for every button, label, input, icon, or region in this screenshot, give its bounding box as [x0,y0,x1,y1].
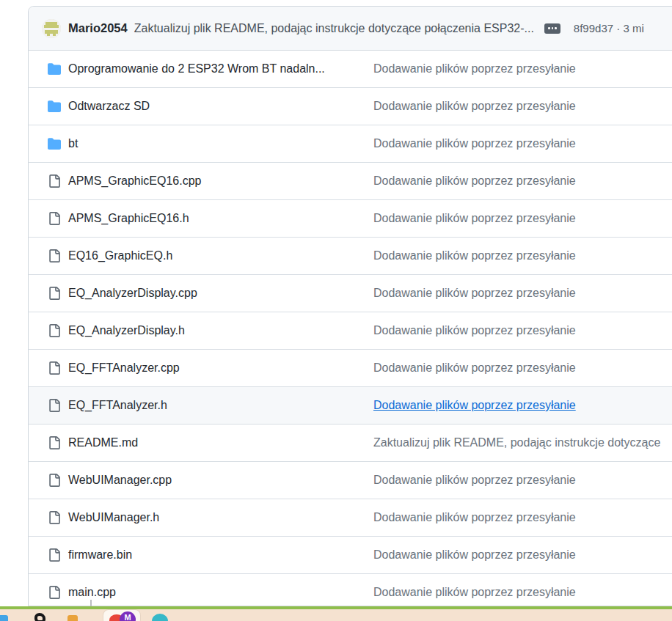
orange-app-icon[interactable] [67,615,78,621]
file-name-link[interactable]: APMS_GraphicEQ16.h [68,212,189,225]
file-row: EQ_AnalyzerDisplay.h Dodawanie plików po… [29,312,672,350]
file-name-link[interactable]: EQ_AnalyzerDisplay.cpp [68,287,197,300]
taskbar: M [0,609,672,621]
file-row: WebUIManager.cpp Dodawanie plików poprze… [29,462,672,499]
file-name-link[interactable]: APMS_GraphicEQ16.cpp [68,174,201,188]
commit-message-link[interactable]: Dodawanie plików poprzez przesyłanie [373,174,576,188]
file-row: EQ_AnalyzerDisplay.cpp Dodawanie plików … [29,275,672,312]
blue-app-icon[interactable] [0,615,8,621]
folder-icon [48,100,61,113]
commit-message-link[interactable]: Dodawanie plików poprzez przesyłanie [373,511,576,524]
commit-message-link[interactable]: Dodawanie plików poprzez przesyłanie [373,212,576,225]
file-row: WebUIManager.h Dodawanie plików poprzez … [29,499,672,537]
file-icon [48,548,61,562]
file-row: firmware.bin Dodawanie plików poprzez pr… [29,537,672,574]
file-name-link[interactable]: EQ16_GraphicEQ.h [68,249,172,262]
file-name-link[interactable]: bt [68,137,78,150]
repo-file-table: Mario2054 Zaktualizuj plik README, podaj… [28,6,672,606]
file-name-link[interactable]: README.md [68,436,138,449]
commit-message-link[interactable]: Dodawanie plików poprzez przesyłanie [373,474,576,487]
file-row: EQ_FFTAnalyzer.cpp Dodawanie plików popr… [29,350,672,387]
file-row: Oprogramowanie do 2 ESP32 Wrom BT nadaln… [29,51,672,88]
commit-message-link[interactable]: Dodawanie plików poprzez przesyłanie [373,100,576,113]
file-icon [48,249,61,262]
commit-message-link[interactable]: Dodawanie plików poprzez przesyłanie [373,137,576,150]
file-icon [48,212,61,225]
file-icon [48,324,61,337]
commit-message-link[interactable]: Dodawanie plików poprzez przesyłanie [373,287,576,300]
file-name-link[interactable]: EQ_FFTAnalyzer.h [68,399,167,412]
commit-message-link[interactable]: Dodawanie plików poprzez przesyłanie [373,62,576,76]
file-icon [48,474,61,487]
file-icon [48,361,61,375]
teal-app-icon[interactable] [152,614,168,621]
identicon-image [42,19,61,38]
file-list: Oprogramowanie do 2 ESP32 Wrom BT nadaln… [29,51,672,606]
commit-message-link[interactable]: Dodawanie plików poprzez przesyłanie [373,586,576,599]
file-row: Odtwarzacz SD Dodawanie plików poprzez p… [29,88,672,125]
file-icon [48,436,61,449]
file-icon [48,174,61,188]
commit-message-link[interactable]: Dodawanie plików poprzez przesyłanie [373,399,576,412]
folder-icon [48,62,61,76]
commit-message-header[interactable]: Zaktualizuj plik README, podając instruk… [134,22,534,35]
file-name-link[interactable]: WebUIManager.cpp [68,474,172,487]
file-name-link[interactable]: Odtwarzacz SD [68,100,150,113]
commit-message-link[interactable]: Zaktualizuj plik README, podając instruk… [373,436,660,449]
commit-message-link[interactable]: Dodawanie plików poprzez przesyłanie [373,249,576,262]
file-name-link[interactable]: EQ_FFTAnalyzer.cpp [68,361,180,375]
file-name-link[interactable]: main.cpp [68,586,116,599]
ellipsis-icon[interactable] [544,23,560,34]
avatar[interactable] [42,19,61,38]
commit-message-link[interactable]: Dodawanie plików poprzez przesyłanie [373,324,576,337]
file-name-link[interactable]: EQ_AnalyzerDisplay.h [68,324,185,337]
latest-commit-header: Mario2054 Zaktualizuj plik README, podaj… [29,7,672,51]
commit-message-link[interactable]: Dodawanie plików poprzez przesyłanie [373,361,576,375]
file-row: APMS_GraphicEQ16.cpp Dodawanie plików po… [29,163,672,200]
file-icon [48,586,61,599]
commit-author[interactable]: Mario2054 [68,21,128,35]
file-icon [48,511,61,524]
file-row: APMS_GraphicEQ16.h Dodawanie plików popr… [29,200,672,238]
commit-message-link[interactable]: Dodawanie plików poprzez przesyłanie [373,548,576,562]
file-row: main.cpp Dodawanie plików poprzez przesy… [29,574,672,606]
file-icon [48,287,61,300]
file-row: EQ16_GraphicEQ.h Dodawanie plików poprze… [29,238,672,275]
file-row: EQ_FFTAnalyzer.h Dodawanie plików poprze… [29,387,672,425]
file-row: bt Dodawanie plików poprzez przesyłanie [29,125,672,163]
file-name-link[interactable]: Oprogramowanie do 2 ESP32 Wrom BT nadaln… [68,62,325,76]
file-row: README.md Zaktualizuj plik README, podaj… [29,425,672,462]
commit-hash-and-time[interactable]: 8f99d37 · 3 mi [574,22,644,34]
file-name-link[interactable]: WebUIManager.h [68,511,159,524]
file-icon [48,399,61,412]
file-name-link[interactable]: firmware.bin [68,548,132,562]
black-app-icon[interactable] [34,613,45,621]
folder-icon [48,137,61,150]
